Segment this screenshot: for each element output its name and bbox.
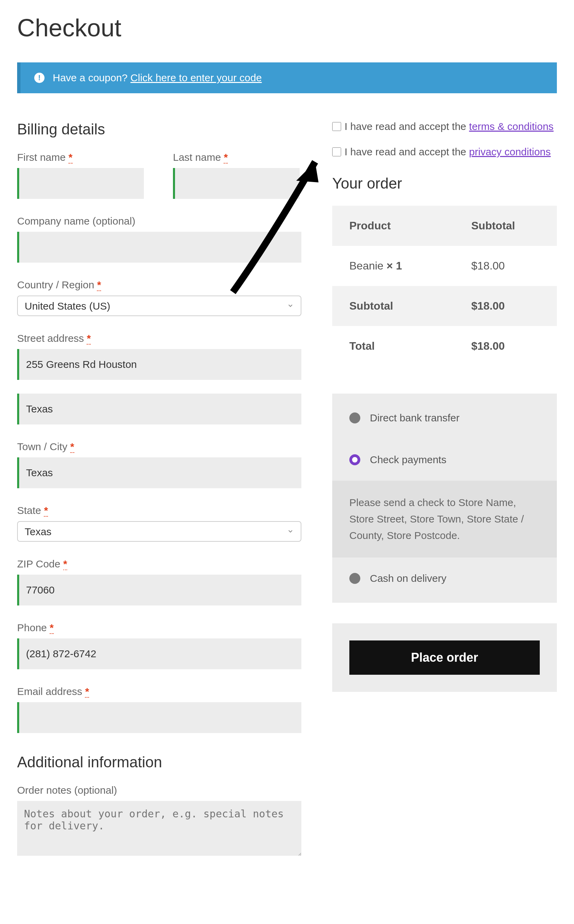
order-table: Product Subtotal Beanie × 1 $18.00 Subto…	[332, 206, 557, 366]
company-label: Company name (optional)	[17, 215, 301, 227]
company-input[interactable]	[17, 232, 301, 263]
privacy-checkbox[interactable]	[332, 147, 341, 156]
street1-input[interactable]	[17, 349, 301, 380]
payment-cash[interactable]: Cash on delivery	[332, 557, 557, 599]
state-label: State *	[17, 505, 301, 516]
terms-text: I have read and accept the	[345, 121, 469, 132]
radio-unselected-icon	[349, 413, 360, 423]
radio-unselected-icon	[349, 573, 360, 584]
order-total-label: Total	[349, 340, 471, 353]
city-input[interactable]	[17, 457, 301, 488]
order-item-name: Beanie × 1	[349, 259, 471, 272]
terms-checkbox[interactable]	[332, 122, 341, 131]
phone-label: Phone *	[17, 622, 301, 634]
last-name-label: Last name *	[173, 152, 301, 163]
place-order-button[interactable]: Place order	[349, 641, 540, 675]
notes-textarea[interactable]	[17, 801, 301, 856]
radio-selected-icon	[349, 454, 360, 465]
last-name-input[interactable]	[173, 168, 300, 199]
coupon-banner: ! Have a coupon? Click here to enter you…	[17, 62, 557, 93]
order-header-subtotal: Subtotal	[471, 220, 540, 232]
phone-input[interactable]	[17, 638, 301, 669]
order-item-price: $18.00	[471, 259, 540, 272]
order-subtotal-value: $18.00	[471, 300, 540, 312]
page-title: Checkout	[17, 14, 557, 42]
email-input[interactable]	[17, 702, 301, 733]
additional-heading: Additional information	[17, 754, 301, 771]
payment-check-description: Please send a check to Store Name, Store…	[332, 481, 557, 557]
privacy-link[interactable]: privacy conditions	[469, 146, 551, 157]
country-label: Country / Region *	[17, 279, 301, 291]
street2-input[interactable]	[17, 394, 301, 424]
order-total-value: $18.00	[471, 340, 540, 353]
zip-label: ZIP Code *	[17, 558, 301, 570]
payment-bank-transfer[interactable]: Direct bank transfer	[332, 397, 557, 439]
country-select[interactable]: United States (US)	[17, 296, 301, 316]
state-select[interactable]: Texas	[17, 521, 301, 542]
email-label: Email address *	[17, 686, 301, 698]
payment-methods: Direct bank transfer Check payments Plea…	[332, 394, 557, 603]
first-name-label: First name *	[17, 152, 145, 163]
order-subtotal-label: Subtotal	[349, 300, 471, 312]
payment-check[interactable]: Check payments	[332, 439, 557, 481]
order-header-product: Product	[349, 220, 471, 232]
billing-heading: Billing details	[17, 121, 301, 138]
info-icon: !	[34, 73, 44, 83]
city-label: Town / City *	[17, 441, 301, 453]
privacy-text: I have read and accept the	[345, 146, 469, 157]
first-name-input[interactable]	[17, 168, 144, 199]
coupon-prompt: Have a coupon?	[53, 72, 131, 83]
street-label: Street address *	[17, 332, 301, 344]
zip-input[interactable]	[17, 574, 301, 606]
coupon-link[interactable]: Click here to enter your code	[131, 72, 262, 83]
order-heading: Your order	[332, 175, 557, 192]
notes-label: Order notes (optional)	[17, 785, 301, 796]
terms-link[interactable]: terms & conditions	[469, 121, 554, 132]
